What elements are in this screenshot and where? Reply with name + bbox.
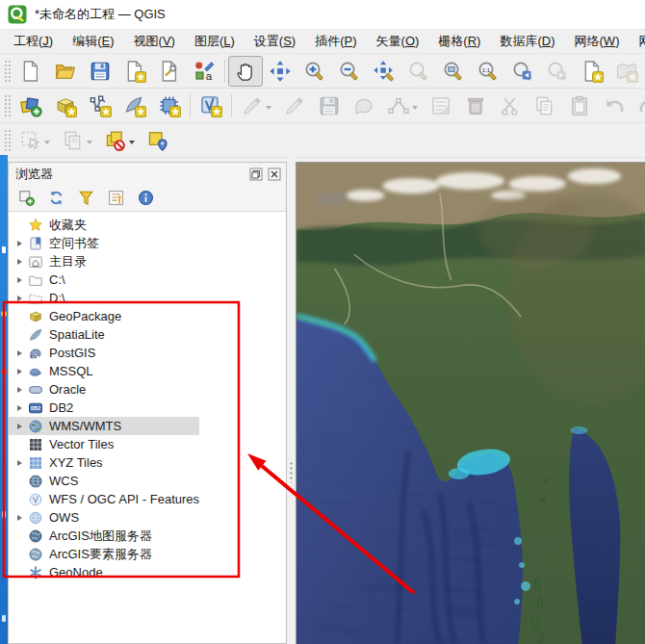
zoom-native-button[interactable]: 1:1 bbox=[471, 56, 505, 87]
zoom-last-button[interactable] bbox=[505, 56, 540, 87]
tree-item-wfs-ogc-api-features[interactable]: WFS / OGC API - Features bbox=[9, 490, 286, 508]
tree-item-vector-tiles[interactable]: Vector Tiles bbox=[9, 435, 286, 453]
digitize-with-shape-button bbox=[347, 90, 381, 121]
tree-item-xyz-tiles[interactable]: XYZ Tiles bbox=[9, 453, 286, 472]
tree-item-label: PostGIS bbox=[49, 346, 95, 360]
add-selected-layers-button[interactable] bbox=[16, 189, 36, 208]
postgis-icon bbox=[28, 346, 43, 361]
dropdown-arrow-icon[interactable] bbox=[412, 106, 418, 113]
show-layout-manager-button[interactable] bbox=[152, 56, 187, 87]
menu-raster[interactable]: 栅格(R) bbox=[428, 30, 490, 53]
panel-splitter[interactable] bbox=[287, 155, 296, 644]
tree-item-spatialite[interactable]: SpatiaLite bbox=[9, 325, 286, 344]
panel-close-button[interactable] bbox=[267, 167, 282, 181]
toolbar-grip[interactable] bbox=[4, 129, 11, 152]
expand-arrow-icon[interactable] bbox=[13, 460, 26, 466]
expand-arrow-icon[interactable] bbox=[13, 405, 26, 411]
dropdown-arrow-icon[interactable] bbox=[266, 106, 271, 113]
tree-item-geopackage[interactable]: GeoPackage bbox=[9, 307, 286, 325]
dropdown-arrow-icon[interactable] bbox=[87, 141, 92, 147]
deselect-all-button[interactable] bbox=[98, 125, 141, 156]
new-map-view-button[interactable] bbox=[575, 56, 609, 87]
menu-plugins[interactable]: 插件(P) bbox=[305, 30, 366, 53]
expand-arrow-icon[interactable] bbox=[13, 515, 26, 521]
geonode-icon bbox=[28, 565, 43, 580]
menu-bar: 工程(J)编辑(E)视图(V)图层(L)设置(S)插件(P)矢量(O)栅格(R)… bbox=[0, 30, 645, 54]
new-spatialite-layer-button[interactable] bbox=[117, 90, 152, 121]
zoom-out-button[interactable] bbox=[332, 56, 367, 87]
map-canvas[interactable] bbox=[296, 162, 645, 644]
data-source-manager-button[interactable] bbox=[13, 90, 48, 121]
menu-edit[interactable]: 编辑(E) bbox=[63, 30, 123, 53]
tree-item-home[interactable]: 主目录 bbox=[9, 252, 286, 270]
style-manager-button[interactable]: a bbox=[187, 56, 221, 87]
tree-item-geonode[interactable]: GeoNode bbox=[9, 563, 286, 581]
spatial-bookmarks-button[interactable] bbox=[141, 125, 175, 156]
new-shapefile-layer-button[interactable] bbox=[83, 90, 117, 121]
collapse-all-button[interactable] bbox=[106, 189, 125, 208]
menu-mesh[interactable]: 网孔(M) bbox=[629, 30, 645, 53]
wms-wmts-icon bbox=[28, 419, 43, 434]
open-project-button[interactable] bbox=[48, 56, 83, 87]
vector-tiles-icon bbox=[28, 437, 43, 452]
tree-item-arcgis-feature-server[interactable]: ArcGIS要素服务器 bbox=[9, 545, 286, 563]
menu-vector[interactable]: 矢量(O) bbox=[367, 30, 429, 53]
new-virtual-layer-button[interactable] bbox=[194, 90, 228, 121]
filter-browser-button[interactable] bbox=[76, 189, 95, 208]
new-project-button[interactable] bbox=[13, 56, 48, 87]
expand-arrow-icon[interactable] bbox=[13, 387, 26, 393]
menu-database[interactable]: 数据库(D) bbox=[490, 30, 564, 53]
tree-item-label: SpatiaLite bbox=[49, 327, 105, 342]
new-memory-layer-button[interactable] bbox=[152, 90, 187, 121]
menu-settings[interactable]: 设置(S) bbox=[245, 30, 305, 53]
toolbar-grip[interactable] bbox=[4, 94, 11, 117]
properties-button[interactable] bbox=[136, 189, 155, 208]
toolbar-grip[interactable] bbox=[4, 60, 11, 83]
tree-item-db2[interactable]: DB2DB2 bbox=[9, 399, 286, 417]
dropdown-arrow-icon[interactable] bbox=[129, 141, 135, 147]
expand-arrow-icon[interactable] bbox=[13, 241, 26, 246]
save-project-button[interactable] bbox=[83, 56, 117, 87]
expand-arrow-icon[interactable] bbox=[13, 296, 26, 301]
tree-item-oracle[interactable]: Oracle bbox=[9, 380, 286, 399]
tree-item-wcs[interactable]: WCS bbox=[9, 472, 286, 490]
db2-icon: DB2 bbox=[28, 400, 43, 416]
new-3d-map-view-button bbox=[609, 56, 644, 87]
zoom-to-layer-button[interactable] bbox=[436, 56, 471, 87]
tree-item-wms-wmts[interactable]: WMS/WMTS bbox=[9, 417, 286, 435]
dropdown-arrow-icon[interactable] bbox=[44, 141, 50, 147]
pan-to-selection-button[interactable] bbox=[263, 56, 297, 87]
tree-item-label: GeoPackage bbox=[49, 309, 121, 323]
refresh-button[interactable] bbox=[46, 189, 65, 208]
tree-item-favorites[interactable]: 收藏夹 bbox=[9, 216, 286, 234]
menu-web[interactable]: 网络(W) bbox=[565, 30, 630, 53]
new-print-layout-button[interactable] bbox=[117, 56, 152, 87]
tree-item-postgis[interactable]: PostGIS bbox=[9, 344, 286, 362]
paste-features-button bbox=[562, 90, 597, 121]
expand-arrow-icon[interactable] bbox=[13, 424, 26, 429]
xyz-tiles-icon bbox=[28, 455, 43, 471]
expand-arrow-icon[interactable] bbox=[13, 350, 26, 356]
pan-map-button[interactable] bbox=[228, 56, 263, 87]
tree-item-arcgis-map-server[interactable]: ArcGIS地图服务器 bbox=[9, 527, 286, 545]
tree-item-mssql[interactable]: MSSQL bbox=[9, 362, 286, 380]
zoom-full-extent-button[interactable] bbox=[367, 56, 401, 87]
tree-item-d-drive[interactable]: D:\ bbox=[9, 289, 286, 307]
cut-features-button bbox=[493, 90, 528, 121]
tree-item-spatial-bookmarks[interactable]: 空间书签 bbox=[9, 234, 286, 252]
expand-arrow-icon[interactable] bbox=[13, 259, 26, 265]
menu-view[interactable]: 视图(V) bbox=[124, 30, 185, 53]
new-geopackage-layer-button[interactable] bbox=[48, 90, 83, 121]
tree-item-ows[interactable]: OWS bbox=[9, 508, 286, 527]
tree-item-c-drive[interactable]: C:\ bbox=[9, 270, 286, 289]
svg-text:DB2: DB2 bbox=[31, 405, 40, 411]
tree-item-label: 空间书签 bbox=[49, 235, 99, 252]
zoom-in-button[interactable] bbox=[297, 56, 332, 87]
menu-layer[interactable]: 图层(L) bbox=[185, 30, 245, 53]
panel-float-button[interactable] bbox=[248, 167, 264, 181]
expand-arrow-icon[interactable] bbox=[13, 369, 26, 374]
mssql-icon bbox=[28, 364, 43, 379]
menu-project[interactable]: 工程(J) bbox=[4, 30, 63, 53]
expand-arrow-icon[interactable] bbox=[13, 277, 26, 283]
qgis-logo-icon bbox=[8, 5, 27, 24]
